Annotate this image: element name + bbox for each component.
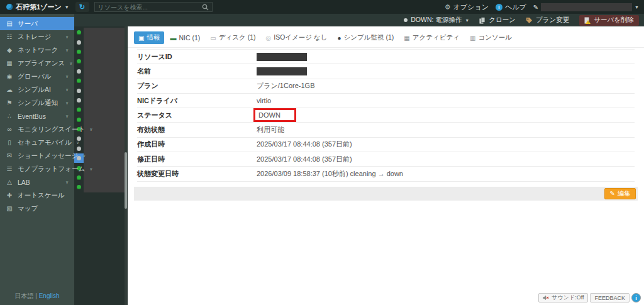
sidebar-item-network[interactable]: ◆ネットワーク∨ xyxy=(0,43,74,57)
sidebar-item-appliance[interactable]: ▦アプライアンス∨ xyxy=(0,57,74,70)
server-list-scrollbar[interactable] xyxy=(125,26,127,305)
lab-icon: △ xyxy=(6,179,13,186)
info-row-value: プラン/1Core-1GB xyxy=(257,81,314,91)
help-button[interactable]: i ヘルプ xyxy=(496,3,526,12)
scrollbar-thumb[interactable] xyxy=(125,152,127,209)
sound-toggle-button[interactable]: サウンド:Off xyxy=(538,293,588,302)
server-list-item[interactable] xyxy=(74,28,128,37)
edit-button-label: 編集 xyxy=(618,189,630,198)
chevron-down-icon: ▼ xyxy=(65,5,69,9)
sidebar-item-autoscale[interactable]: ✚オートスケール xyxy=(0,189,74,202)
account-name-redacted xyxy=(541,3,632,11)
refresh-button[interactable]: ↻ xyxy=(75,2,89,12)
delete-server-button[interactable]: ! サーバを削除 xyxy=(579,15,639,26)
chevron-down-icon: ∨ xyxy=(65,114,69,119)
sidebar-item-global[interactable]: ◉グローバル∨ xyxy=(0,70,74,83)
info-row-value: 2025/03/17 08:44:08 (357日前) xyxy=(257,140,352,149)
server-list-item[interactable] xyxy=(74,57,128,66)
sidebar-item-simple-notification[interactable]: ⚑シンプル通知∨ xyxy=(0,96,74,109)
topbar-right: ⚙ オプション i ヘルプ ✎ ▼ xyxy=(445,3,644,12)
info-row-label: 修正日時 xyxy=(137,155,257,164)
power-operations-menu[interactable]: DOWN: 電源操作 ▼ xyxy=(404,16,469,25)
info-row-value: 2025/03/17 08:44:08 (357日前) xyxy=(257,155,352,164)
zone-selector[interactable]: 石狩第1ゾーン ▼ xyxy=(0,3,75,12)
search-input[interactable] xyxy=(98,4,202,11)
server-list-item[interactable] xyxy=(74,67,128,76)
server-status-cell xyxy=(74,67,84,76)
language-switcher: 日本語 | English xyxy=(0,292,74,301)
search-icon[interactable] xyxy=(202,4,209,11)
info-row-label: 作成日時 xyxy=(137,140,257,149)
options-button[interactable]: ⚙ オプション xyxy=(445,3,489,12)
server-list-item[interactable] xyxy=(74,144,128,153)
sidebar-item-secure-mobile[interactable]: ▯セキュアモバイル∨ xyxy=(0,136,74,149)
tab-simple-monitor[interactable]: ●シンプル監視 (1) xyxy=(333,31,398,44)
info-row: 有効状態利用可能 xyxy=(137,123,635,137)
server-list-item[interactable] xyxy=(74,47,128,57)
server-list-item[interactable] xyxy=(74,86,128,95)
language-ja-link[interactable]: 日本語 xyxy=(15,292,34,299)
server-list-item[interactable] xyxy=(74,37,128,47)
nic-icon: ▬ xyxy=(170,35,176,42)
network-icon: ◆ xyxy=(6,47,13,53)
server-icon: ▤ xyxy=(6,20,13,27)
info-row-value: virtio xyxy=(257,97,271,104)
server-list-item[interactable] xyxy=(74,96,128,105)
sidebar-item-storage[interactable]: ☷ストレージ∨ xyxy=(0,30,74,43)
server-list-item[interactable] xyxy=(74,182,128,192)
svg-text:!: ! xyxy=(588,20,589,23)
tab-info[interactable]: ▣情報 xyxy=(134,31,164,44)
tab-iso[interactable]: ◎ISOイメージ なし xyxy=(261,31,331,44)
account-menu[interactable]: ✎ ▼ xyxy=(533,3,639,11)
server-list-item[interactable] xyxy=(74,105,128,114)
sidebar-item-label: オートスケール xyxy=(18,191,65,200)
storage-icon: ☷ xyxy=(6,33,13,40)
info-row-label: NICドライバ xyxy=(137,96,257,106)
server-list-item[interactable] xyxy=(74,134,128,143)
status-dot-icon xyxy=(77,69,81,74)
server-list-item[interactable] xyxy=(74,115,128,125)
clone-button[interactable]: クローン xyxy=(479,16,516,25)
sidebar-item-server[interactable]: ▤サーバ xyxy=(0,17,74,30)
sidebar-item-mono-platform[interactable]: ☰モノプラットフォーム∨ xyxy=(0,162,74,175)
language-separator: | xyxy=(35,292,37,299)
tab-disk[interactable]: ▭ディスク (1) xyxy=(206,31,260,44)
status-dot-icon xyxy=(77,118,81,122)
info-row: ステータスDOWN xyxy=(137,108,635,123)
chevron-down-icon: ∨ xyxy=(65,87,69,92)
sidebar-item-lab[interactable]: △LAB∨ xyxy=(0,175,74,189)
info-button[interactable]: i xyxy=(631,293,641,302)
chevron-down-icon: ∨ xyxy=(76,140,79,145)
activity-icon: ▦ xyxy=(404,35,409,42)
tab-nic[interactable]: ▬NIC (1) xyxy=(165,32,204,43)
status-dot-icon xyxy=(77,175,81,180)
tab-label: シンプル監視 (1) xyxy=(344,33,394,42)
tab-console[interactable]: ▥コンソール xyxy=(465,31,516,44)
chevron-down-icon: ∨ xyxy=(65,74,69,79)
sidebar-item-eventbus[interactable]: ∴EventBus∨ xyxy=(0,109,74,123)
feedback-button[interactable]: FEEDBACK xyxy=(590,293,630,302)
tab-activity[interactable]: ▦アクティビティ xyxy=(399,31,464,44)
chevron-down-icon: ∨ xyxy=(65,35,69,40)
sidebar-item-map[interactable]: ▧マップ xyxy=(0,202,74,215)
tab-label: NIC (1) xyxy=(179,34,200,42)
simple-monitor-icon: ● xyxy=(337,35,341,42)
server-name-redacted xyxy=(84,115,125,125)
sidebar-item-short-message[interactable]: ✉ショートメッセージ∨ xyxy=(0,149,74,162)
server-list-item[interactable] xyxy=(74,173,128,182)
sidebar-item-simple-ai[interactable]: ☁シンプルAI∨ xyxy=(0,83,74,96)
redacted-value xyxy=(257,53,307,61)
simple-notification-icon: ⚑ xyxy=(6,99,13,106)
language-en-link[interactable]: English xyxy=(39,292,60,299)
feedback-label: FEEDBACK xyxy=(594,295,625,301)
account-chevron-icon: ▼ xyxy=(635,5,639,9)
info-row-value: DOWN xyxy=(257,108,296,122)
edit-button[interactable]: ✎ 編集 xyxy=(604,188,636,199)
autoscale-icon: ✚ xyxy=(6,192,13,199)
plan-change-button[interactable]: プラン変更 xyxy=(526,16,569,25)
sidebar-item-label: シンプル通知 xyxy=(18,99,58,108)
server-status-cell xyxy=(74,173,84,182)
server-list-item[interactable] xyxy=(74,76,128,86)
info-row-label: ステータス xyxy=(137,111,257,120)
sidebar-item-monitoring-suite[interactable]: ∞モニタリングスイート∨ xyxy=(0,123,74,136)
